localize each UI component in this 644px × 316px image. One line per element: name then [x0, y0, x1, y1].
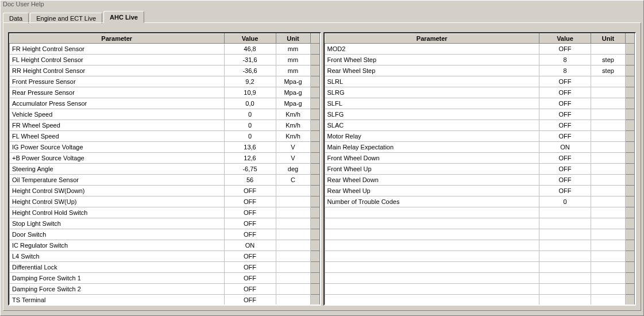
table-row[interactable]: Stop Light SwitchOFF — [10, 218, 320, 229]
scroll-gutter — [626, 87, 635, 98]
table-row[interactable]: Front Wheel Step8step — [325, 55, 635, 65]
col-header-parameter[interactable]: Parameter — [10, 34, 225, 44]
cell-unit: Km/h — [276, 120, 310, 131]
table-row[interactable]: TS TerminalOFF — [10, 295, 320, 306]
table-row[interactable] — [325, 251, 635, 262]
cell-value — [539, 251, 591, 262]
cell-parameter: Height Control Hold Switch — [10, 207, 225, 218]
cell-unit — [591, 142, 626, 153]
table-row[interactable]: Height Control SW(Down)OFF — [10, 186, 320, 196]
scroll-gutter — [626, 240, 635, 251]
table-row[interactable]: Vehicle Speed0Km/h — [10, 109, 320, 120]
table-row[interactable]: Rear Wheel DownOFF — [325, 175, 635, 186]
table-row[interactable] — [325, 218, 635, 229]
table-row[interactable] — [325, 306, 635, 306]
table-row[interactable]: Oil Temperature Sensor56C — [10, 175, 320, 186]
table-row[interactable]: IC Regulator SwitchON — [10, 240, 320, 251]
cell-unit — [276, 262, 310, 273]
table-row[interactable]: FR Wheel Speed0Km/h — [10, 120, 320, 131]
tab-ahc-live[interactable]: AHC Live — [103, 11, 144, 23]
cell-unit — [591, 44, 626, 55]
table-row[interactable]: FR Height Control Sensor46,8mm — [10, 44, 320, 55]
cell-unit — [591, 131, 626, 142]
table-row[interactable]: Steering Angle-6,75deg — [10, 164, 320, 175]
table-row[interactable]: Rear Pressure Sensor10,9Mpa-g — [10, 87, 320, 98]
table-row[interactable]: SLACOFF — [325, 120, 635, 131]
col-header-unit[interactable]: Unit — [276, 34, 310, 44]
table-row[interactable]: Rear Wheel Step8step — [325, 65, 635, 76]
table-row[interactable]: FL Wheel Speed0Km/h — [10, 131, 320, 142]
col-header-parameter[interactable]: Parameter — [325, 34, 539, 44]
cell-value: OFF — [539, 153, 591, 164]
scroll-gutter — [310, 273, 319, 284]
table-row[interactable]: Front Pressure Sensor9,2Mpa-g — [10, 76, 320, 87]
cell-parameter: Height Control SW(Down) — [10, 186, 225, 196]
col-header-unit[interactable]: Unit — [591, 34, 626, 44]
table-row[interactable]: Damping Force Switch 1OFF — [10, 273, 320, 284]
cell-parameter — [325, 284, 539, 295]
cell-value: -36,6 — [224, 65, 276, 76]
table-row[interactable]: Door SwitchOFF — [10, 229, 320, 240]
table-row[interactable]: Main Relay ExpectationON — [325, 142, 635, 153]
cell-unit — [276, 218, 310, 229]
scroll-gutter — [626, 164, 635, 175]
table-row[interactable] — [325, 207, 635, 218]
table-row[interactable]: MOD2OFF — [325, 44, 635, 55]
cell-parameter: FR Wheel Speed — [10, 120, 225, 131]
cell-value: OFF — [539, 87, 591, 98]
table-row[interactable]: Front Wheel DownOFF — [325, 153, 635, 164]
cell-unit — [591, 76, 626, 87]
col-header-value[interactable]: Value — [539, 34, 591, 44]
table-row[interactable]: Height Control Hold SwitchOFF — [10, 207, 320, 218]
table-row[interactable]: SLFLOFF — [325, 98, 635, 109]
table-row[interactable]: RR Height Control Sensor-36,6mm — [10, 65, 320, 76]
scroll-gutter — [310, 55, 319, 65]
table-row[interactable] — [325, 262, 635, 273]
scroll-gutter — [310, 175, 319, 186]
cell-unit — [591, 153, 626, 164]
col-header-value[interactable]: Value — [224, 34, 276, 44]
table-row[interactable]: Front Wheel UpOFF — [325, 164, 635, 175]
cell-parameter: FL Height Control Sensor — [10, 55, 225, 65]
table-row[interactable]: +B Power Source Voltage12,6V — [10, 153, 320, 164]
cell-parameter: SLFL — [325, 98, 539, 109]
table-row[interactable]: IG Power Source Voltage13,6V — [10, 142, 320, 153]
scroll-gutter — [310, 44, 319, 55]
table-row[interactable] — [325, 273, 635, 284]
table-row[interactable]: SLRLOFF — [325, 76, 635, 87]
cell-unit — [591, 87, 626, 98]
table-row[interactable]: Number of Trouble Codes0 — [325, 196, 635, 207]
scroll-gutter — [310, 251, 319, 262]
cell-parameter: Front Pressure Sensor — [10, 76, 225, 87]
table-row[interactable]: L4 SwitchOFF — [10, 251, 320, 262]
cell-value: 0 — [224, 109, 276, 120]
cell-parameter: Number of Trouble Codes — [325, 196, 539, 207]
left-table-wrap[interactable]: Parameter Value Unit FR Height Control S… — [8, 32, 321, 306]
cell-unit — [591, 295, 626, 306]
scroll-gutter — [626, 273, 635, 284]
cell-unit — [591, 273, 626, 284]
table-row[interactable]: SLFGOFF — [325, 109, 635, 120]
cell-value — [539, 273, 591, 284]
cell-value: 8 — [539, 55, 591, 65]
table-row[interactable]: Damping Force Switch 2OFF — [10, 284, 320, 295]
cell-value: 10,9 — [224, 87, 276, 98]
right-table-wrap[interactable]: Parameter Value Unit MOD2OFFFront Wheel … — [323, 32, 637, 306]
scroll-gutter — [626, 142, 635, 153]
table-row[interactable]: Height Control SW(Up)OFF — [10, 196, 320, 207]
table-row[interactable]: SLRGOFF — [325, 87, 635, 98]
table-row[interactable] — [325, 284, 635, 295]
right-table-body: MOD2OFFFront Wheel Step8stepRear Wheel S… — [325, 44, 635, 306]
table-row[interactable]: Rear Wheel UpOFF — [325, 186, 635, 196]
table-row[interactable] — [325, 240, 635, 251]
cell-unit — [276, 284, 310, 295]
scroll-gutter — [310, 218, 319, 229]
cell-unit: Km/h — [276, 131, 310, 142]
table-row[interactable]: TC TerminalOFF — [10, 306, 320, 306]
table-row[interactable]: FL Height Control Sensor-31,6mm — [10, 55, 320, 65]
table-row[interactable] — [325, 229, 635, 240]
table-row[interactable]: Accumulator Press Sensor0,0Mpa-g — [10, 98, 320, 109]
table-row[interactable]: Motor RelayOFF — [325, 131, 635, 142]
table-row[interactable] — [325, 295, 635, 306]
table-row[interactable]: Differential LockOFF — [10, 262, 320, 273]
